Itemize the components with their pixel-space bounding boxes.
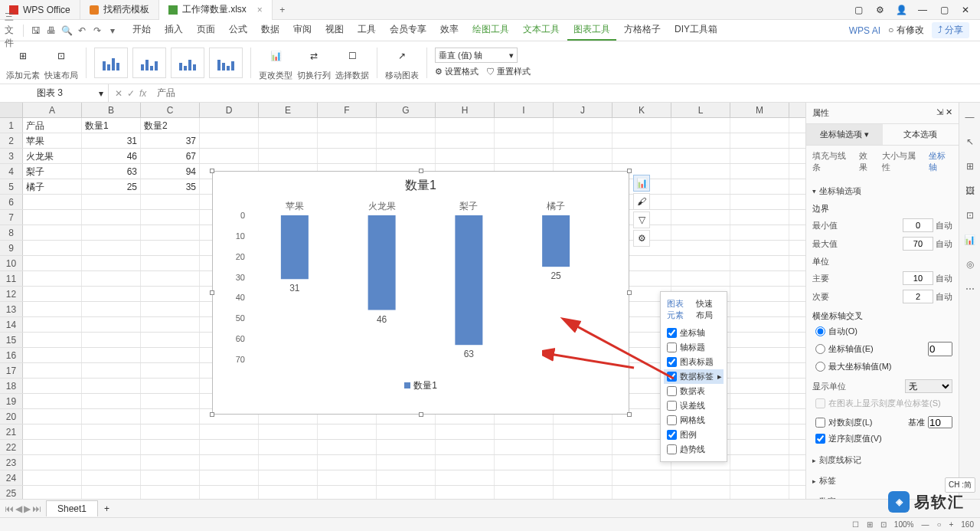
cell[interactable] <box>200 424 259 439</box>
cell[interactable] <box>200 470 259 485</box>
row-header[interactable]: 12 <box>0 287 23 301</box>
cell[interactable] <box>730 394 789 408</box>
cell[interactable]: 苹果 <box>23 133 82 148</box>
cell[interactable] <box>23 317 82 332</box>
set-format-button[interactable]: ⚙ 设置格式 <box>435 66 479 77</box>
dropdown-icon[interactable]: ▾ <box>106 25 119 37</box>
min-input[interactable] <box>903 218 933 232</box>
cell[interactable] <box>436 455 495 470</box>
display-unit-select[interactable]: 无 <box>905 379 952 393</box>
sheet-next-icon[interactable]: ▶ <box>24 503 31 514</box>
col-header[interactable]: G <box>377 103 436 117</box>
cell[interactable] <box>82 424 141 439</box>
chart-legend[interactable]: 数量1 <box>213 375 629 397</box>
cell[interactable]: 63 <box>82 164 141 179</box>
panel-subtab-size[interactable]: 大小与属性 <box>882 150 921 173</box>
cell[interactable] <box>671 195 730 209</box>
section-labels[interactable]: 标签 <box>812 470 952 491</box>
redo-icon[interactable]: ↷ <box>91 25 103 37</box>
cell[interactable] <box>377 440 436 454</box>
cell[interactable] <box>23 225 82 240</box>
log-base-input[interactable] <box>928 416 952 428</box>
cell[interactable] <box>612 118 671 133</box>
cell[interactable]: 35 <box>141 179 200 194</box>
cell[interactable] <box>495 133 554 148</box>
sheet-first-icon[interactable]: ⏮ <box>5 503 14 514</box>
add-element-button[interactable]: ⊞ <box>8 44 38 68</box>
cross-max-radio[interactable] <box>815 362 825 372</box>
cell[interactable] <box>82 333 141 347</box>
cell[interactable]: 数量2 <box>141 118 200 133</box>
menu-tab-11[interactable]: 文本工具 <box>517 20 566 41</box>
cell[interactable] <box>554 455 612 470</box>
panel-close-icon[interactable]: ✕ <box>946 107 952 116</box>
cancel-fx-icon[interactable]: ✕ <box>115 88 122 99</box>
col-header[interactable]: L <box>671 103 730 117</box>
row-header[interactable]: 2 <box>0 133 23 148</box>
cell[interactable] <box>554 440 612 454</box>
quick-layout-button[interactable]: ⊡ <box>47 44 76 68</box>
cell[interactable] <box>318 440 377 454</box>
cell[interactable] <box>436 470 495 485</box>
cell[interactable] <box>141 225 200 240</box>
panel-subtab-fill[interactable]: 填充与线条 <box>812 150 851 173</box>
cell[interactable] <box>318 149 377 163</box>
cell[interactable] <box>82 470 141 485</box>
popup-item[interactable]: 数据表 <box>664 384 724 398</box>
popup-item[interactable]: 图表标题 <box>664 355 724 369</box>
minimize-button[interactable]: — <box>917 5 928 15</box>
cell[interactable] <box>23 210 82 225</box>
cell[interactable] <box>141 424 200 439</box>
cell[interactable] <box>141 470 200 485</box>
avatar-icon[interactable]: 👤 <box>896 5 906 15</box>
new-tab-button[interactable]: + <box>273 5 292 15</box>
row-header[interactable]: 20 <box>0 409 23 424</box>
formula-input[interactable]: 产品 <box>152 87 980 100</box>
cell[interactable] <box>554 118 612 133</box>
chart-plot-area[interactable]: 苹果火龙果梨子橘子01020304050607031466325 <box>213 200 629 375</box>
cell[interactable] <box>141 394 200 408</box>
cell[interactable] <box>377 149 436 163</box>
cell[interactable] <box>730 256 789 270</box>
view-icon-3[interactable]: ⊡ <box>880 520 887 529</box>
title-tab-template[interactable]: 找稻壳模板 <box>80 0 159 20</box>
menu-tab-9[interactable]: 效率 <box>434 20 465 41</box>
popup-item[interactable]: 误差线 <box>664 398 724 413</box>
cell[interactable] <box>612 133 671 148</box>
cell[interactable] <box>82 210 141 225</box>
chart-style-3[interactable] <box>171 48 204 78</box>
cell[interactable] <box>671 271 730 286</box>
cell[interactable] <box>730 210 789 225</box>
cell[interactable] <box>141 455 200 470</box>
cell[interactable] <box>495 455 554 470</box>
popup-checkbox[interactable] <box>667 401 677 411</box>
menu-tab-10[interactable]: 绘图工具 <box>466 20 515 41</box>
panel-tab-text-options[interactable]: 文本选项 <box>883 124 959 145</box>
cell[interactable] <box>23 256 82 270</box>
col-header[interactable]: K <box>612 103 671 117</box>
panel-pin-icon[interactable]: ⇲ <box>936 107 943 116</box>
wps-ai-button[interactable]: WPS AI <box>849 25 880 36</box>
cell[interactable] <box>141 333 200 347</box>
cell[interactable] <box>671 118 730 133</box>
popup-checkbox[interactable] <box>667 357 677 367</box>
col-header[interactable]: B <box>82 103 141 117</box>
popup-tab-layout[interactable]: 快速布局 <box>696 298 720 321</box>
cell[interactable] <box>730 440 789 454</box>
cross-auto-radio[interactable] <box>815 326 825 336</box>
side-icon-6[interactable]: 📊 <box>963 233 977 247</box>
cell[interactable] <box>200 149 259 163</box>
confirm-fx-icon[interactable]: ✓ <box>127 88 135 99</box>
minor-input[interactable] <box>903 290 933 303</box>
cell[interactable]: 67 <box>141 149 200 163</box>
log-checkbox[interactable] <box>815 418 825 428</box>
row-header[interactable]: 1 <box>0 118 23 133</box>
cell[interactable] <box>141 210 200 225</box>
popup-checkbox[interactable] <box>667 328 677 338</box>
cell[interactable] <box>612 470 671 485</box>
chart-style-2[interactable] <box>132 48 166 78</box>
col-header[interactable]: M <box>730 103 789 117</box>
cell[interactable] <box>495 118 554 133</box>
chart-object[interactable]: 数量1 苹果火龙果梨子橘子01020304050607031466325 数量1… <box>212 171 629 415</box>
cell[interactable] <box>377 133 436 148</box>
